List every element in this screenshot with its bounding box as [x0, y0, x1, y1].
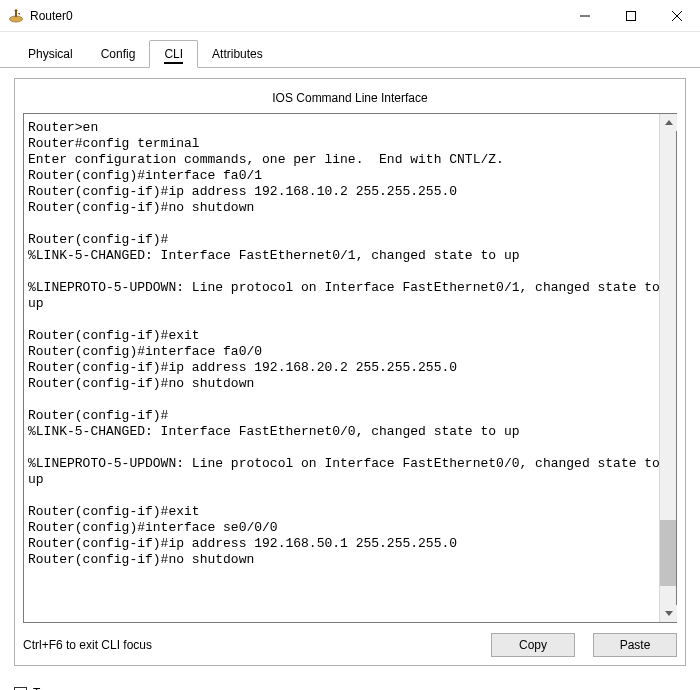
- panel-bottom-row: Ctrl+F6 to exit CLI focus Copy Paste: [23, 633, 677, 657]
- window-title: Router0: [30, 9, 73, 23]
- tab-cli[interactable]: CLI: [149, 40, 198, 68]
- cli-panel: IOS Command Line Interface Router>en Rou…: [14, 78, 686, 666]
- copy-button[interactable]: Copy: [491, 633, 575, 657]
- footer: Top: [0, 676, 700, 690]
- tab-label: CLI: [164, 47, 183, 64]
- scroll-down-arrow[interactable]: [660, 605, 677, 622]
- tab-label: Physical: [28, 47, 73, 61]
- router-icon: [8, 8, 24, 24]
- close-icon: [672, 11, 682, 21]
- svg-rect-1: [15, 11, 17, 17]
- svg-rect-3: [627, 11, 636, 20]
- panel-title: IOS Command Line Interface: [23, 87, 677, 113]
- tab-bar: Physical Config CLI Attributes: [0, 32, 700, 68]
- window-titlebar: Router0: [0, 0, 700, 32]
- chevron-up-icon: [665, 120, 673, 125]
- scroll-track[interactable]: [660, 131, 676, 605]
- focus-hint: Ctrl+F6 to exit CLI focus: [23, 638, 152, 652]
- paste-button[interactable]: Paste: [593, 633, 677, 657]
- tab-attributes[interactable]: Attributes: [198, 40, 277, 67]
- top-checkbox-label: Top: [33, 686, 52, 690]
- top-checkbox[interactable]: [14, 687, 27, 691]
- scrollbar[interactable]: [659, 114, 676, 622]
- scroll-thumb[interactable]: [660, 520, 676, 586]
- content-area: Physical Config CLI Attributes IOS Comma…: [0, 32, 700, 690]
- chevron-down-icon: [665, 611, 673, 616]
- minimize-button[interactable]: [562, 0, 608, 32]
- terminal-container: Router>en Router#config terminal Enter c…: [23, 113, 677, 623]
- scroll-up-arrow[interactable]: [660, 114, 677, 131]
- titlebar-left: Router0: [8, 8, 73, 24]
- tab-physical[interactable]: Physical: [14, 40, 87, 67]
- close-button[interactable]: [654, 0, 700, 32]
- window-controls: [562, 0, 700, 32]
- terminal-output[interactable]: Router>en Router#config terminal Enter c…: [24, 114, 676, 622]
- minimize-icon: [580, 11, 590, 21]
- tab-label: Attributes: [212, 47, 263, 61]
- tab-label: Config: [101, 47, 136, 61]
- maximize-button[interactable]: [608, 0, 654, 32]
- tab-config[interactable]: Config: [87, 40, 150, 67]
- maximize-icon: [626, 11, 636, 21]
- button-row: Copy Paste: [491, 633, 677, 657]
